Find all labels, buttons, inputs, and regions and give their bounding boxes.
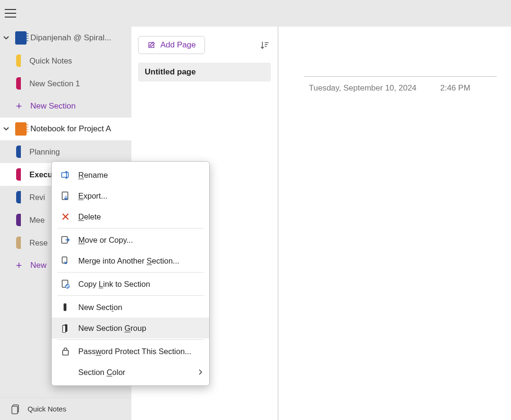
sort-button[interactable] [258, 38, 271, 52]
page-date: Tuesday, September 10, 2024 [309, 83, 417, 93]
blank-icon [60, 367, 71, 377]
svg-point-7 [65, 284, 69, 288]
menu-item-new-section[interactable]: New Section [52, 297, 209, 318]
notebook-header[interactable]: Notebook for Project A [0, 118, 131, 140]
menu-item-merge-into-another-section[interactable]: Merge into Another Section... [52, 250, 209, 271]
section-color-tab [16, 77, 21, 90]
page-title: Untitled page [145, 67, 196, 76]
section-label: Rese [29, 238, 48, 247]
menu-item-label: Copy Link to Section [78, 280, 150, 289]
edit-icon [147, 41, 156, 49]
menu-separator [57, 272, 204, 273]
svg-rect-1 [12, 406, 18, 414]
menu-item-export[interactable]: Export... [52, 185, 209, 206]
add-page-label: Add Page [160, 40, 196, 50]
menu-item-password-protect-this-section[interactable]: Password Protect This Section... [52, 341, 209, 362]
section-item[interactable]: Planning [0, 140, 131, 163]
svg-rect-8 [64, 303, 66, 311]
menu-item-rename[interactable]: Rename [52, 164, 209, 185]
section-label: Mee [29, 216, 45, 225]
notebook-label: Notebook for Project A [30, 124, 131, 134]
menu-separator [57, 339, 204, 340]
quick-notes-label: Quick Notes [28, 405, 66, 413]
menu-item-label: Password Protect This Section... [78, 347, 191, 356]
menu-item-label: Move or Copy... [78, 236, 133, 245]
chevron-down-icon [3, 126, 11, 132]
section-label: Revi [29, 193, 45, 202]
hamburger-menu-icon[interactable] [5, 9, 16, 18]
export-icon [60, 191, 71, 201]
section-color-tab [16, 191, 21, 203]
move-icon [60, 235, 71, 245]
menu-item-label: Delete [78, 212, 101, 221]
menu-item-move-or-copy[interactable]: Move or Copy... [52, 229, 209, 250]
section-color-tab [16, 55, 21, 67]
menu-item-delete[interactable]: Delete [52, 206, 209, 227]
new-section-label: New Section [30, 101, 75, 111]
add-page-button[interactable]: Add Page [138, 36, 205, 54]
section-color-tab [16, 214, 21, 226]
section-color-tab [16, 168, 21, 181]
new-section-button[interactable]: + New Section [0, 95, 131, 118]
chevron-right-icon [198, 369, 203, 375]
menu-item-label: Export... [78, 192, 107, 201]
menu-item-label: New Section [78, 303, 122, 312]
page-time: 2:46 PM [440, 83, 470, 93]
new-section-label: New [30, 261, 46, 270]
section-context-menu: RenameExport...DeleteMove or Copy...Merg… [51, 161, 210, 386]
menu-item-label: Merge into Another Section... [78, 256, 179, 265]
plus-icon: + [14, 101, 24, 111]
delete-icon [60, 211, 71, 222]
section-item[interactable]: New Section 1 [0, 72, 131, 95]
section-color-tab [16, 237, 21, 249]
notebook-icon [15, 31, 27, 45]
group-icon [60, 323, 71, 333]
section-label: Quick Notes [29, 56, 72, 65]
notebook-header[interactable]: Dipanjenah @ Spiral... [0, 27, 131, 49]
notebook-label: Dipanjenah @ Spiral... [30, 33, 131, 43]
sidebar-footer-quick-notes[interactable]: Quick Notes [0, 397, 131, 420]
page-editor[interactable]: Tuesday, September 10, 2024 2:46 PM [279, 27, 511, 420]
page-icon [11, 404, 21, 414]
menu-item-copy-link-to-section[interactable]: Copy Link to Section [52, 274, 209, 294]
svg-rect-10 [63, 325, 65, 333]
svg-rect-2 [62, 173, 68, 177]
plus-icon: + [14, 261, 24, 270]
menu-item-label: Rename [78, 171, 108, 180]
section-label: New Section 1 [29, 79, 80, 88]
lock-icon [60, 346, 71, 356]
menu-item-label: New Section Group [78, 324, 146, 333]
page-title-input[interactable] [304, 64, 497, 77]
merge-icon [60, 256, 71, 266]
section-label: Planning [29, 147, 60, 156]
menu-item-label: Section Color [78, 368, 125, 377]
menu-separator [57, 295, 204, 296]
link-icon [60, 279, 71, 289]
menu-item-section-color[interactable]: Section Color [52, 362, 209, 383]
menu-separator [57, 228, 204, 228]
rename-icon [60, 170, 71, 180]
svg-rect-11 [63, 350, 68, 355]
section-item[interactable]: Quick Notes [0, 49, 131, 72]
notebook-icon [15, 122, 27, 136]
section-color-tab [16, 146, 21, 158]
section-icon [60, 302, 71, 312]
chevron-down-icon [3, 35, 11, 41]
page-list-item[interactable]: Untitled page [138, 63, 271, 82]
menu-item-new-section-group[interactable]: New Section Group [52, 318, 209, 338]
